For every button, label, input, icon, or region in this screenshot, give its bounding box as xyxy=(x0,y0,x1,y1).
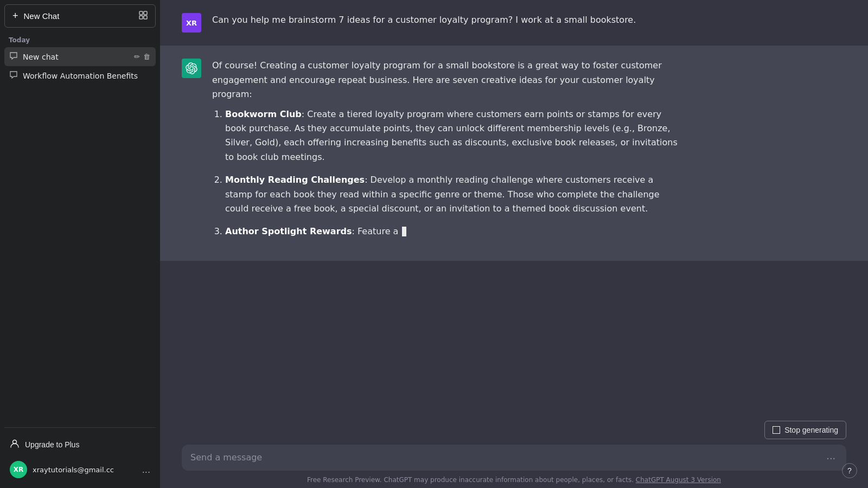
input-wrapper: ··· xyxy=(182,445,846,471)
chat-messages: XR Can you help me brainstorm 7 ideas fo… xyxy=(160,0,868,414)
user-row[interactable]: XR xraytutorials@gmail.cc ... xyxy=(4,455,156,484)
idea-3: Author Spotlight Rewards: Feature a xyxy=(225,224,679,239)
user-message-text: Can you help me brainstorm 7 ideas for a… xyxy=(212,13,679,27)
bottom-area: Stop generating ··· Free Research Previe… xyxy=(160,414,868,488)
upgrade-label: Upgrade to Plus xyxy=(25,440,79,449)
ideas-list: Bookworm Club: Create a tiered loyalty p… xyxy=(212,107,679,239)
avatar: XR xyxy=(10,461,27,478)
chat-item-new[interactable]: New chat ✏ 🗑 xyxy=(4,47,156,66)
idea-3-title: Author Spotlight Rewards xyxy=(225,226,352,236)
footer-text: Free Research Preview. ChatGPT may produ… xyxy=(182,471,846,488)
svg-rect-2 xyxy=(139,16,143,19)
user-avatar-msg: XR xyxy=(182,13,201,33)
input-more-button[interactable]: ··· xyxy=(824,452,838,464)
user-message-content: Can you help me brainstorm 7 ideas for a… xyxy=(212,13,679,33)
chat-bubble-icon-2 xyxy=(10,71,17,80)
person-icon xyxy=(10,439,20,450)
idea-1-title: Bookworm Club xyxy=(225,109,302,119)
new-chat-button[interactable]: + New Chat xyxy=(4,4,156,28)
help-button[interactable]: ? xyxy=(842,463,857,478)
typing-cursor xyxy=(402,227,406,236)
assistant-message-row: Of course! Creating a customer loyalty p… xyxy=(160,46,868,260)
chat-item-label-new: New chat xyxy=(23,53,129,61)
svg-rect-1 xyxy=(144,11,147,15)
chat-item-label-workflow: Workflow Automation Benefits xyxy=(23,72,150,80)
svg-rect-0 xyxy=(139,11,143,15)
stop-label: Stop generating xyxy=(784,426,838,434)
stop-generating-row: Stop generating xyxy=(182,421,846,439)
assistant-intro-text: Of course! Creating a customer loyalty p… xyxy=(212,59,679,101)
more-options-icon[interactable]: ... xyxy=(142,465,150,475)
stop-generating-button[interactable]: Stop generating xyxy=(764,421,846,439)
assistant-avatar xyxy=(182,59,201,78)
message-input[interactable] xyxy=(190,451,819,464)
today-section-label: Today xyxy=(4,34,156,47)
plus-icon: + xyxy=(12,10,18,22)
layout-icon xyxy=(139,11,148,21)
main-content: XR Can you help me brainstorm 7 ideas fo… xyxy=(160,0,868,488)
chat-bubble-icon xyxy=(10,52,17,61)
idea-1: Bookworm Club: Create a tiered loyalty p… xyxy=(225,107,679,165)
idea-2-title: Monthly Reading Challenges xyxy=(225,175,365,185)
footer-disclaimer: Free Research Preview. ChatGPT may produ… xyxy=(307,476,634,484)
sidebar: + New Chat Today New chat ✏ 🗑 xyxy=(0,0,160,488)
chat-item-workflow[interactable]: Workflow Automation Benefits xyxy=(4,66,156,85)
svg-rect-3 xyxy=(144,16,147,19)
idea-2: Monthly Reading Challenges: Develop a mo… xyxy=(225,173,679,216)
stop-icon xyxy=(773,426,780,434)
footer-version-link[interactable]: ChatGPT August 3 Version xyxy=(636,476,721,484)
trash-icon[interactable]: 🗑 xyxy=(143,53,150,61)
user-message-row: XR Can you help me brainstorm 7 ideas fo… xyxy=(160,0,868,46)
help-icon: ? xyxy=(847,466,852,475)
assistant-message-content: Of course! Creating a customer loyalty p… xyxy=(212,59,679,247)
chat-item-actions: ✏ 🗑 xyxy=(134,53,150,61)
edit-icon[interactable]: ✏ xyxy=(134,53,140,61)
sidebar-bottom: Upgrade to Plus XR xraytutorials@gmail.c… xyxy=(4,427,156,484)
idea-3-text: Feature a xyxy=(358,226,398,236)
upgrade-button[interactable]: Upgrade to Plus xyxy=(4,433,156,455)
new-chat-label: New Chat xyxy=(24,11,60,21)
chat-list: New chat ✏ 🗑 Workflow Automation Benefit… xyxy=(4,47,156,423)
user-email: xraytutorials@gmail.cc xyxy=(33,466,137,474)
